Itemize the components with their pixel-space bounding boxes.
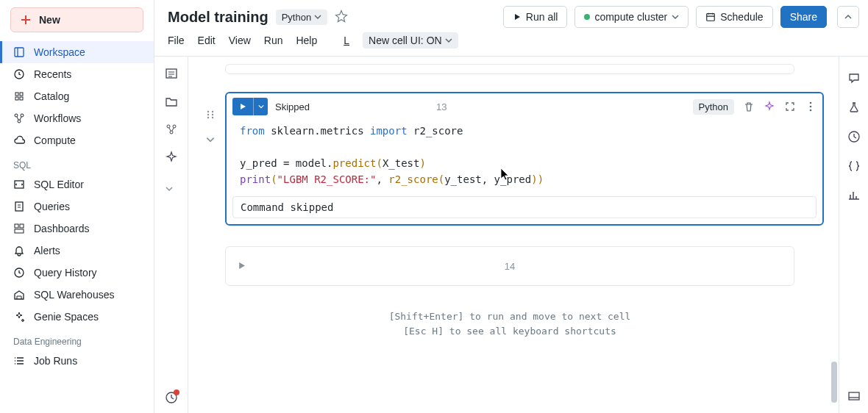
bell-icon: [13, 245, 25, 256]
menu-run[interactable]: Run: [264, 35, 283, 46]
play-icon: [239, 103, 246, 110]
language-selector[interactable]: Python: [276, 10, 327, 25]
svg-point-6: [15, 114, 18, 117]
panel-icon[interactable]: [847, 389, 861, 403]
svg-point-23: [207, 114, 209, 115]
assist-icon[interactable]: [764, 101, 775, 112]
collapse-header-button[interactable]: [837, 6, 859, 28]
sidebar-item-jobruns[interactable]: Job Runs: [0, 350, 154, 372]
folder-icon[interactable]: [165, 95, 178, 108]
svg-rect-15: [707, 14, 715, 21]
menu-help[interactable]: Help: [296, 35, 317, 46]
sidebar-item-label: Queries: [34, 201, 70, 212]
history-button[interactable]: [165, 391, 178, 404]
drag-handle-icon[interactable]: [205, 109, 216, 120]
menu-file[interactable]: File: [168, 35, 185, 46]
chevron-down-icon: [258, 104, 264, 109]
sidebar-item-sqlwh[interactable]: SQL Warehouses: [0, 284, 154, 306]
svg-rect-3: [20, 93, 23, 96]
sidebar-item-catalog[interactable]: Catalog: [0, 85, 154, 107]
svg-point-22: [212, 111, 213, 112]
right-rail: [839, 57, 868, 413]
cell-language-pill[interactable]: Python: [693, 99, 734, 115]
compute-selector[interactable]: compute cluster: [574, 6, 689, 28]
sidebar-item-recents[interactable]: Recents: [0, 63, 154, 85]
menubar: FileEditViewRunHelp L New cell UI: ON: [154, 28, 868, 57]
keyboard-hints: [Shift+Enter] to run and move to next ce…: [196, 309, 824, 339]
comment-icon[interactable]: [847, 71, 861, 85]
svg-point-8: [18, 120, 21, 123]
kebab-icon[interactable]: [805, 101, 817, 112]
chevron-down-icon: [672, 13, 679, 21]
new-cell-ui-toggle[interactable]: New cell UI: ON: [363, 32, 458, 49]
cell-collapsed[interactable]: [225, 64, 794, 74]
code-cell-active[interactable]: Skipped 13 Python from sklearn.metrics i…: [225, 92, 824, 226]
cell-gutter: [196, 92, 225, 145]
braces-icon[interactable]: [847, 159, 861, 173]
play-icon: [238, 262, 246, 270]
play-icon: [513, 12, 522, 21]
run-all-button[interactable]: Run all: [503, 6, 568, 28]
variables-icon[interactable]: [165, 123, 178, 136]
last-edit-link[interactable]: L: [344, 35, 349, 46]
chevron-down-icon: [314, 13, 321, 21]
sidebar-item-genie[interactable]: Genie Spaces: [0, 306, 154, 328]
svg-rect-2: [15, 93, 18, 96]
sidebar-item-qhistory[interactable]: Query History: [0, 262, 154, 284]
svg-point-17: [167, 125, 170, 128]
main: Model training Python Run all compute cl…: [154, 0, 868, 413]
clock-icon: [13, 267, 25, 279]
hint-line: [Shift+Enter] to run and move to next ce…: [196, 309, 824, 324]
section-label: Data Engineering: [0, 328, 154, 350]
history-icon[interactable]: [847, 130, 861, 143]
chevron-down-icon[interactable]: [165, 184, 178, 198]
run-cell-button[interactable]: [238, 261, 246, 272]
sidebar-item-sqleditor[interactable]: SQL Editor: [0, 173, 154, 195]
sidebar-item-workflows[interactable]: Workflows: [0, 107, 154, 129]
expand-icon[interactable]: [784, 101, 796, 112]
run-cell-dropdown[interactable]: [253, 98, 268, 115]
plus-icon: [20, 14, 32, 26]
code-editor[interactable]: from sklearn.metrics import r2_score y_p…: [227, 120, 822, 196]
svg-rect-12: [20, 224, 24, 228]
notebook-title[interactable]: Model training: [168, 9, 268, 26]
compute-label: compute cluster: [594, 11, 667, 23]
sidebar-item-queries[interactable]: Queries: [0, 195, 154, 218]
svg-point-25: [207, 117, 209, 118]
catalog-icon: [13, 90, 25, 102]
sidebar-item-label: Job Runs: [34, 355, 77, 367]
notification-dot-icon: [174, 389, 179, 395]
menu-edit[interactable]: Edit: [198, 35, 216, 46]
toc-icon[interactable]: [165, 67, 178, 80]
trash-icon[interactable]: [743, 101, 755, 112]
hint-line: [Esc H] to see all keyboard shortcuts: [196, 324, 824, 339]
new-cell-ui-label: New cell UI: ON: [369, 35, 442, 46]
svg-point-28: [810, 106, 812, 108]
chevron-down-icon[interactable]: [205, 134, 216, 145]
sidebar-item-compute[interactable]: Compute: [0, 129, 154, 151]
sidebar-item-label: Alerts: [34, 245, 60, 256]
chart-icon[interactable]: [847, 189, 861, 202]
sidebar-item-dashboards[interactable]: Dashboards: [0, 218, 154, 240]
svg-rect-13: [15, 229, 24, 233]
favorite-button[interactable]: [335, 10, 348, 25]
sidebar-item-label: SQL Editor: [34, 179, 84, 190]
run-cell-button[interactable]: [232, 98, 253, 115]
dashboard-icon: [13, 223, 25, 234]
new-button[interactable]: New: [10, 7, 143, 32]
menu-view[interactable]: View: [229, 35, 251, 46]
queries-icon: [13, 201, 25, 212]
flask-icon[interactable]: [847, 101, 861, 114]
schedule-button[interactable]: Schedule: [696, 6, 772, 28]
cell-number: 13: [436, 101, 447, 112]
svg-rect-10: [15, 202, 23, 211]
assist-icon[interactable]: [165, 151, 178, 164]
share-button[interactable]: Share: [780, 6, 827, 28]
sidebar-item-alerts[interactable]: Alerts: [0, 240, 154, 262]
svg-rect-11: [15, 224, 18, 228]
scrollbar-thumb[interactable]: [831, 362, 837, 403]
code-cell-empty[interactable]: 14: [225, 246, 794, 286]
new-button-label: New: [39, 14, 60, 26]
sidebar-item-workspace[interactable]: Workspace: [0, 41, 154, 63]
svg-rect-5: [20, 97, 23, 100]
